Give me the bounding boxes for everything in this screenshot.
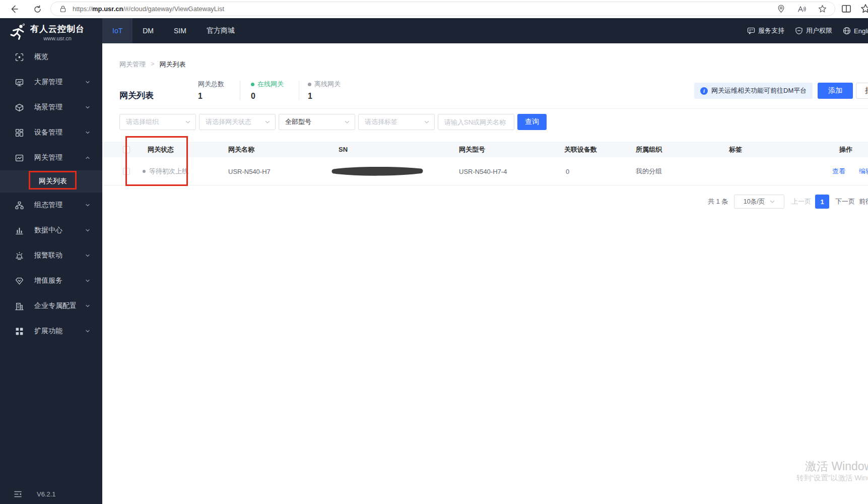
- sidebar-item-data-center[interactable]: 数据中心: [0, 218, 102, 243]
- tag-select[interactable]: 请选择标签: [358, 114, 435, 130]
- chevron-down-icon: [85, 80, 90, 85]
- sidebar-item-config-mgmt[interactable]: 组态管理: [0, 193, 102, 218]
- tab-sim[interactable]: SIM: [164, 18, 196, 43]
- sidebar-item-device-mgmt[interactable]: 设备管理: [0, 120, 102, 145]
- stat-divider: [240, 81, 240, 100]
- filter-bar: 请选择组织 请选择网关状态 全部型号 请选择标签 查询: [119, 114, 547, 130]
- table-row: 等待初次上线 USR-N540-H7 USR-N540-H7-4 0 我的分组 …: [102, 157, 868, 185]
- sidebar-menu: 概览 大屏管理 场景管理 设备管理: [0, 44, 102, 344]
- breadcrumb-separator: >: [151, 60, 155, 69]
- collections-star-icon[interactable]: [860, 4, 868, 14]
- sidebar-item-screen-mgmt[interactable]: 大屏管理: [0, 70, 102, 95]
- chevron-down-icon: [85, 105, 90, 110]
- chevron-down-icon: [85, 329, 90, 334]
- offline-dot: [308, 83, 311, 86]
- brand-site: www.usr.cn: [30, 35, 85, 41]
- page-number-1[interactable]: 1: [815, 195, 829, 209]
- breadcrumb: 网关管理 > 网关列表: [119, 60, 186, 69]
- brand-title: 有人云控制台: [30, 23, 85, 35]
- tab-iot[interactable]: IoT: [102, 18, 132, 43]
- row-checkbox[interactable]: [123, 168, 130, 175]
- pagination-total: 共 1 条: [708, 195, 728, 209]
- tab-dm[interactable]: DM: [132, 18, 164, 43]
- organization-cell: 我的分组: [636, 157, 662, 185]
- col-gateway-name: 网关名称: [228, 142, 254, 157]
- next-page-button[interactable]: 下一页: [835, 195, 855, 209]
- top-navbar: IoT DM SIM 官方商城 服务支持 用户权限: [0, 18, 868, 43]
- page: https://mp.usr.cn/#/cloud/gateway/ViewGa…: [0, 0, 868, 504]
- chat-icon: [747, 27, 755, 35]
- service-support[interactable]: 服务支持: [747, 26, 784, 35]
- chevron-down-icon: [85, 228, 90, 233]
- tab-mall[interactable]: 官方商城: [196, 18, 245, 43]
- col-gateway-model: 网关型号: [459, 142, 485, 157]
- page-size-select[interactable]: 10条/页: [734, 195, 784, 209]
- shield-icon: [795, 27, 803, 35]
- globe-icon: [843, 27, 851, 35]
- dm-platform-notice: i 网关运维相关功能可前往DM平台: [694, 83, 813, 99]
- stat-total-label: 网关总数: [198, 80, 232, 89]
- gateway-chart-icon: [15, 154, 24, 162]
- org-select[interactable]: 请选择组织: [119, 114, 196, 130]
- user-permission-label: 用户权限: [806, 26, 832, 35]
- chevron-down-icon: [265, 120, 270, 124]
- sidebar-item-enterprise-config[interactable]: 企业专属配置: [0, 293, 102, 319]
- sn-redacted-scribble: [331, 157, 425, 185]
- sidebar-item-alarm-linkage[interactable]: 报警联动: [0, 243, 102, 268]
- linked-devices-cell: 0: [566, 157, 569, 185]
- bar-chart-icon: [15, 226, 24, 235]
- stat-online-label: 在线网关: [251, 80, 291, 89]
- refresh-icon: [33, 5, 42, 14]
- breadcrumb-parent[interactable]: 网关管理: [119, 60, 146, 69]
- table-header: 网关状态 网关名称 SN 网关型号 关联设备数 所属组织 标签 操作: [102, 142, 868, 157]
- batch-button[interactable]: 批量: [856, 83, 868, 99]
- sidebar-item-overview[interactable]: 概览: [0, 44, 102, 70]
- col-gateway-status: 网关状态: [148, 142, 174, 157]
- browser-refresh-button[interactable]: [28, 0, 46, 18]
- gateway-name-cell: USR-N540-H7: [228, 157, 271, 185]
- sidebar-item-gateway-mgmt[interactable]: 网关管理: [0, 145, 102, 170]
- gem-icon: [15, 277, 24, 285]
- address-bar[interactable]: https://mp.usr.cn/#/cloud/gateway/ViewGa…: [50, 2, 835, 16]
- collapse-sidebar-icon[interactable]: [14, 491, 22, 497]
- chevron-down-icon: [85, 278, 90, 283]
- windows-activation-watermark-line1: 激活 Windows: [805, 459, 868, 474]
- jump-to-label: 前往: [859, 195, 868, 209]
- gateway-stats: 网关总数 1 在线网关 0 离线网关 1: [198, 80, 351, 101]
- browser-back-button[interactable]: [5, 0, 23, 18]
- read-aloud-icon[interactable]: [797, 5, 806, 13]
- location-icon[interactable]: [777, 5, 785, 13]
- big-screen-icon: [15, 78, 24, 87]
- split-screen-icon[interactable]: [841, 4, 851, 14]
- model-select[interactable]: 全部型号: [279, 114, 355, 130]
- query-button[interactable]: 查询: [517, 114, 547, 130]
- sn-search-input[interactable]: [438, 114, 514, 130]
- brand[interactable]: 有人云控制台 www.usr.cn: [0, 18, 102, 41]
- service-support-label: 服务支持: [758, 26, 784, 35]
- sidebar-item-value-added[interactable]: 增值服务: [0, 268, 102, 293]
- col-linked-devices: 关联设备数: [564, 142, 597, 157]
- gateway-status-select[interactable]: 请选择网关状态: [199, 114, 276, 130]
- view-action-link[interactable]: 查看: [832, 157, 845, 185]
- sidebar-item-scene-mgmt[interactable]: 场景管理: [0, 95, 102, 120]
- language-switch[interactable]: English: [843, 27, 868, 35]
- sidebar-item-extensions[interactable]: 扩展功能: [0, 319, 102, 344]
- sidebar-subitem-gateway-list[interactable]: 网关列表: [0, 170, 102, 193]
- url-text: https://mp.usr.cn/#/cloud/gateway/ViewGa…: [73, 5, 224, 13]
- topology-icon: [15, 201, 24, 210]
- four-squares-icon: [15, 327, 24, 336]
- favorite-star-icon[interactable]: [818, 5, 827, 13]
- add-gateway-button[interactable]: 添加: [818, 83, 853, 99]
- building-icon: [15, 302, 24, 310]
- online-dot: [251, 83, 254, 86]
- select-all-checkbox[interactable]: [123, 146, 130, 153]
- user-permission[interactable]: 用户权限: [795, 26, 832, 35]
- chevron-down-icon: [85, 203, 90, 208]
- chevron-down-icon: [770, 200, 775, 204]
- col-sn: SN: [339, 142, 348, 157]
- language-label: English: [854, 27, 868, 35]
- chevron-down-icon: [424, 120, 429, 124]
- col-tag: 标签: [729, 142, 742, 157]
- prev-page-button[interactable]: 上一页: [791, 195, 811, 209]
- edit-action-link[interactable]: 编辑: [859, 157, 868, 185]
